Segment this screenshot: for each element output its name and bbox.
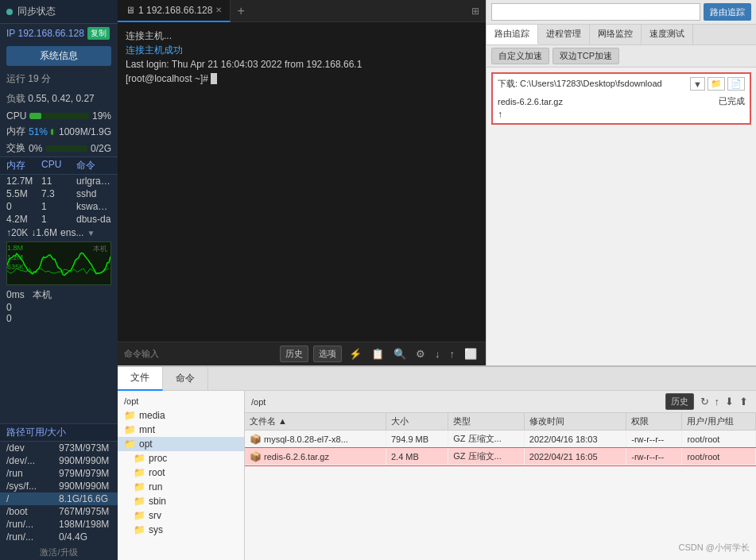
net-up: ↑20K	[6, 227, 28, 238]
disk-row[interactable]: /8.1G/16.6G	[0, 492, 118, 505]
process-table: 12.7M11urlgrabb5.5M7.3sshd01kswapd(4.2M1…	[0, 175, 118, 226]
table-header-cell[interactable]: 修改时间	[524, 413, 626, 431]
tree-path: /opt	[118, 394, 244, 408]
latency-section: 0ms 本机 0 0	[0, 287, 118, 326]
folder-icon: 📁	[134, 467, 145, 478]
file-list-action-btns: ↻ ↑ ⬇ ⬆	[699, 394, 750, 409]
table-body: 📦 mysql-8.0.28-el7-x8...794.9 MBGZ 压缩文..…	[245, 431, 756, 465]
rp-tab-process[interactable]: 进程管理	[538, 25, 590, 44]
disk-row[interactable]: /run979M/979M	[0, 467, 118, 480]
files-table: 文件名 ▲大小类型修改时间权限用户/用户组 📦 mysql-8.0.28-el7…	[245, 413, 756, 465]
upload-file-btn[interactable]: ⬆	[738, 394, 750, 409]
tree-item[interactable]: 📁run	[118, 480, 244, 494]
disk-row[interactable]: /run/...0/4.4G	[0, 531, 118, 543]
history-btn[interactable]: 历史	[665, 393, 694, 410]
load-values: 0.55, 0.42, 0.27	[28, 93, 94, 104]
tree-item[interactable]: 📁sbin	[118, 494, 244, 508]
status-dot	[6, 9, 13, 15]
rp-tab-speed[interactable]: 速度测试	[642, 25, 693, 44]
sidebar: 同步状态 IP 192.168.66.128 复制 系统信息 运行 19 分 负…	[0, 0, 118, 560]
tree-item-label: srv	[149, 510, 161, 521]
terminal-line: 连接主机...	[126, 29, 478, 43]
swap-value: 0/2G	[91, 143, 111, 154]
refresh-btn[interactable]: ↻	[699, 394, 711, 409]
history-button[interactable]: 历史	[280, 346, 308, 362]
fullscreen-icon[interactable]: ⬜	[462, 346, 479, 361]
folder-icon: 📁	[124, 410, 136, 421]
folder-icon: 📁	[124, 424, 136, 435]
terminal-body[interactable]: 连接主机...连接主机成功Last login: Thu Apr 21 16:0…	[118, 22, 486, 342]
copy-ip-button[interactable]: 复制	[87, 27, 110, 40]
activate-button[interactable]: 激活/升级	[6, 546, 111, 558]
tree-item[interactable]: 📁sys	[118, 523, 244, 537]
settings-icon[interactable]: ⚙	[413, 346, 428, 361]
tree-item[interactable]: 📁root	[118, 465, 244, 480]
cpu-bar-bg	[29, 113, 89, 119]
cpu-label: CPU	[6, 110, 26, 122]
download-dropdown-icon[interactable]: ▼	[690, 77, 705, 91]
table-row[interactable]: 📦 mysql-8.0.28-el7-x8...794.9 MBGZ 压缩文..…	[245, 431, 756, 448]
folder-icon: 📁	[134, 510, 145, 521]
tree-item[interactable]: 📁opt	[118, 437, 244, 451]
disk-path-header: 路径	[6, 426, 25, 439]
main-area: 🖥 1 192.168.66.128 ✕ + ⊞ 连接主机...连接主机成功La…	[118, 0, 756, 560]
table-header-cell[interactable]: 文件名 ▲	[245, 413, 386, 431]
tree-item[interactable]: 📁proc	[118, 451, 244, 465]
disk-row[interactable]: /boot767M/975M	[0, 505, 118, 518]
folder-icon: 📁	[134, 453, 145, 464]
download-file-name: redis-6.2.6.tar.gz	[498, 97, 563, 106]
sidebar-ip-row: IP 192.168.66.128 复制	[0, 24, 118, 43]
table-header-cell[interactable]: 大小	[386, 413, 448, 431]
net-graph: 本机	[6, 241, 111, 285]
download-folder-icon[interactable]: 📁	[708, 77, 725, 91]
tree-item[interactable]: 📁srv	[118, 508, 244, 523]
net-row: ↑20K ↓1.6M ens... ▼	[0, 226, 118, 240]
disk-row[interactable]: /dev973M/973M	[0, 442, 118, 454]
terminal-tab-1[interactable]: 🖥 1 192.168.66.128 ✕	[118, 0, 231, 22]
tree-item[interactable]: 📁mnt	[118, 423, 244, 437]
table-header-cell[interactable]: 用户/用户组	[682, 413, 756, 431]
lightning-icon[interactable]: ⚡	[347, 346, 364, 361]
clipboard-icon[interactable]: 📋	[369, 346, 386, 361]
search-icon[interactable]: 🔍	[391, 346, 409, 361]
add-tab-button[interactable]: +	[231, 0, 250, 22]
process-row: 12.7M11urlgrabb	[0, 175, 118, 187]
tree-item[interactable]: 📁media	[118, 408, 244, 423]
proc-cpu-header: CPU	[41, 159, 76, 172]
download-icon[interactable]: ↓	[432, 346, 443, 361]
route-trace-input[interactable]	[491, 3, 700, 21]
file-list-area: /opt 历史 ↻ ↑ ⬇ ⬆ 文件名 ▲大小类型修改时间权限用户/用户组 �	[245, 391, 756, 560]
disk-row[interactable]: /dev/...990M/990M	[0, 454, 118, 467]
table-cell: GZ 压缩文...	[448, 448, 525, 465]
grid-icon[interactable]: ⊞	[465, 6, 486, 17]
disk-row[interactable]: /run/...198M/198M	[0, 518, 118, 531]
mem-pct-label: 51%	[29, 126, 48, 137]
table-row[interactable]: 📦 redis-6.2.6.tar.gz2.4 MBGZ 压缩文...2022/…	[245, 448, 756, 465]
terminal-cursor	[211, 73, 217, 84]
bilateral-tcp-button[interactable]: 双边TCP加速	[552, 48, 619, 64]
download-file-icon[interactable]: 📄	[727, 77, 745, 91]
rp-tab-network[interactable]: 网络监控	[590, 25, 642, 44]
download-status: 已完成	[719, 95, 745, 107]
table-header-cell[interactable]: 类型	[448, 413, 525, 431]
tab-close-icon[interactable]: ✕	[215, 6, 222, 14]
rp-tab-route[interactable]: 路由追踪	[487, 25, 538, 44]
proc-cmd-header: 命令	[76, 159, 111, 172]
bottom-tab-files[interactable]: 文件	[118, 367, 163, 391]
up-dir-btn[interactable]: ↑	[713, 394, 722, 409]
route-trace-button[interactable]: 路由追踪	[704, 3, 751, 21]
sys-info-button[interactable]: 系统信息	[6, 46, 111, 66]
bottom-tab-cmd[interactable]: 命令	[163, 367, 208, 391]
download-file-btn[interactable]: ⬇	[723, 394, 735, 409]
options-button[interactable]: 选项	[313, 346, 342, 362]
disk-row[interactable]: /sys/f...990M/990M	[0, 480, 118, 492]
download-path-icons: ▼ 📁 📄	[690, 77, 745, 91]
custom-accel-button[interactable]: 自定义加速	[491, 48, 549, 64]
table-cell: GZ 压缩文...	[448, 431, 525, 448]
cpu-bar-fill	[29, 113, 41, 119]
table-header-cell[interactable]: 权限	[626, 413, 682, 431]
folder-icon: 📁	[124, 438, 136, 450]
swap-label: 交换	[6, 141, 25, 155]
upload-icon[interactable]: ↑	[448, 346, 458, 361]
disk-table: /dev973M/973M/dev/...990M/990M/run979M/9…	[0, 442, 118, 543]
